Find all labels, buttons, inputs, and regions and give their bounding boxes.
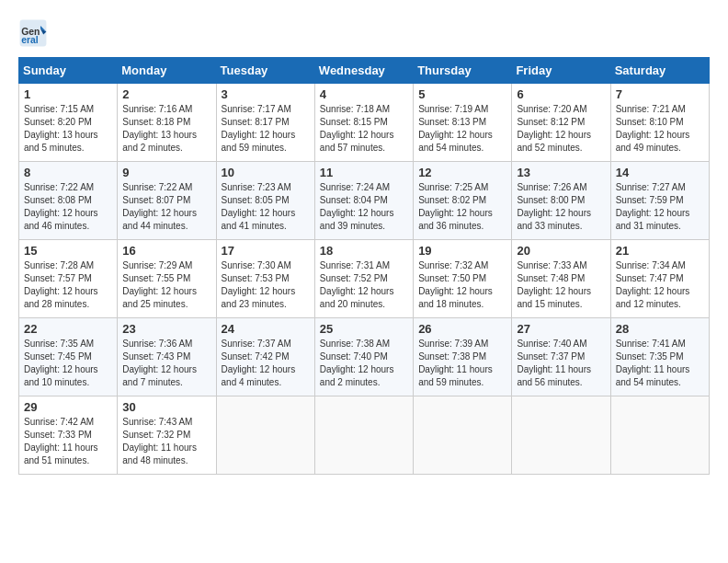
calendar-cell: 7 Sunrise: 7:21 AMSunset: 8:10 PMDayligh… <box>610 84 709 162</box>
calendar-week-2: 8 Sunrise: 7:22 AMSunset: 8:08 PMDayligh… <box>19 162 710 240</box>
calendar-table: SundayMondayTuesdayWednesdayThursdayFrid… <box>18 57 710 475</box>
calendar-cell: 18 Sunrise: 7:31 AMSunset: 7:52 PMDaylig… <box>314 240 413 318</box>
day-number: 29 <box>24 400 112 414</box>
header-saturday: Saturday <box>610 58 709 84</box>
day-detail: Sunrise: 7:37 AMSunset: 7:42 PMDaylight:… <box>222 338 310 389</box>
day-number: 27 <box>517 322 605 336</box>
day-number: 14 <box>616 166 704 179</box>
calendar-cell <box>414 396 512 475</box>
day-number: 18 <box>320 244 408 258</box>
calendar-week-4: 22 Sunrise: 7:35 AMSunset: 7:45 PMDaylig… <box>19 318 710 396</box>
calendar-cell: 30 Sunrise: 7:43 AMSunset: 7:32 PMDaylig… <box>118 396 216 475</box>
day-detail: Sunrise: 7:19 AMSunset: 8:13 PMDaylight:… <box>418 103 506 155</box>
day-number: 5 <box>418 87 506 101</box>
day-detail: Sunrise: 7:29 AMSunset: 7:55 PMDaylight:… <box>122 259 210 311</box>
day-number: 12 <box>418 166 506 179</box>
day-detail: Sunrise: 7:30 AMSunset: 7:53 PMDaylight:… <box>222 259 310 311</box>
calendar-week-1: 1 Sunrise: 7:15 AMSunset: 8:20 PMDayligh… <box>19 84 710 162</box>
day-number: 21 <box>616 244 704 258</box>
calendar-cell: 15 Sunrise: 7:28 AMSunset: 7:57 PMDaylig… <box>19 240 118 318</box>
calendar-cell: 10 Sunrise: 7:23 AMSunset: 8:05 PMDaylig… <box>216 162 314 240</box>
calendar-cell <box>512 396 610 475</box>
day-number: 4 <box>320 87 408 101</box>
day-detail: Sunrise: 7:27 AMSunset: 7:59 PMDaylight:… <box>616 181 704 233</box>
day-number: 28 <box>616 322 704 336</box>
day-number: 23 <box>122 322 210 336</box>
day-detail: Sunrise: 7:34 AMSunset: 7:47 PMDaylight:… <box>616 259 704 311</box>
day-detail: Sunrise: 7:38 AMSunset: 7:40 PMDaylight:… <box>320 338 408 389</box>
calendar-cell: 25 Sunrise: 7:38 AMSunset: 7:40 PMDaylig… <box>314 318 413 396</box>
day-detail: Sunrise: 7:21 AMSunset: 8:10 PMDaylight:… <box>616 103 704 155</box>
day-detail: Sunrise: 7:22 AMSunset: 8:08 PMDaylight:… <box>24 181 112 233</box>
calendar-cell: 23 Sunrise: 7:36 AMSunset: 7:43 PMDaylig… <box>118 318 216 396</box>
header-wednesday: Wednesday <box>314 58 413 84</box>
day-detail: Sunrise: 7:36 AMSunset: 7:43 PMDaylight:… <box>122 338 210 389</box>
calendar-cell: 8 Sunrise: 7:22 AMSunset: 8:08 PMDayligh… <box>19 162 118 240</box>
day-number: 16 <box>122 244 210 258</box>
day-detail: Sunrise: 7:16 AMSunset: 8:18 PMDaylight:… <box>122 103 210 155</box>
day-number: 9 <box>122 166 210 179</box>
day-detail: Sunrise: 7:39 AMSunset: 7:38 PMDaylight:… <box>418 338 506 389</box>
day-number: 26 <box>418 322 506 336</box>
day-number: 11 <box>320 166 408 179</box>
calendar-cell: 27 Sunrise: 7:40 AMSunset: 7:37 PMDaylig… <box>512 318 610 396</box>
calendar-cell: 29 Sunrise: 7:42 AMSunset: 7:33 PMDaylig… <box>19 396 118 475</box>
day-detail: Sunrise: 7:26 AMSunset: 8:00 PMDaylight:… <box>517 181 605 233</box>
calendar-cell: 28 Sunrise: 7:41 AMSunset: 7:35 PMDaylig… <box>610 318 709 396</box>
header-friday: Friday <box>512 58 610 84</box>
day-number: 1 <box>24 87 112 101</box>
day-detail: Sunrise: 7:33 AMSunset: 7:48 PMDaylight:… <box>517 259 605 311</box>
day-number: 3 <box>222 87 310 101</box>
day-detail: Sunrise: 7:22 AMSunset: 8:07 PMDaylight:… <box>122 181 210 233</box>
calendar-cell: 24 Sunrise: 7:37 AMSunset: 7:42 PMDaylig… <box>216 318 314 396</box>
day-detail: Sunrise: 7:23 AMSunset: 8:05 PMDaylight:… <box>222 181 310 233</box>
day-detail: Sunrise: 7:17 AMSunset: 8:17 PMDaylight:… <box>222 103 310 155</box>
day-number: 20 <box>517 244 605 258</box>
calendar-cell: 16 Sunrise: 7:29 AMSunset: 7:55 PMDaylig… <box>118 240 216 318</box>
day-number: 7 <box>616 87 704 101</box>
calendar-cell: 9 Sunrise: 7:22 AMSunset: 8:07 PMDayligh… <box>118 162 216 240</box>
calendar-cell <box>216 396 314 475</box>
day-detail: Sunrise: 7:32 AMSunset: 7:50 PMDaylight:… <box>418 259 506 311</box>
calendar-cell <box>314 396 413 475</box>
calendar-cell: 2 Sunrise: 7:16 AMSunset: 8:18 PMDayligh… <box>118 84 216 162</box>
calendar-cell: 6 Sunrise: 7:20 AMSunset: 8:12 PMDayligh… <box>512 84 610 162</box>
calendar-cell: 11 Sunrise: 7:24 AMSunset: 8:04 PMDaylig… <box>314 162 413 240</box>
header-tuesday: Tuesday <box>216 58 314 84</box>
header-monday: Monday <box>118 58 216 84</box>
calendar-week-5: 29 Sunrise: 7:42 AMSunset: 7:33 PMDaylig… <box>19 396 710 475</box>
day-detail: Sunrise: 7:35 AMSunset: 7:45 PMDaylight:… <box>24 338 112 389</box>
day-detail: Sunrise: 7:18 AMSunset: 8:15 PMDaylight:… <box>320 103 408 155</box>
day-number: 2 <box>122 87 210 101</box>
calendar-header-row: SundayMondayTuesdayWednesdayThursdayFrid… <box>19 58 710 84</box>
calendar-cell: 19 Sunrise: 7:32 AMSunset: 7:50 PMDaylig… <box>414 240 512 318</box>
page-header: Gen eral <box>18 18 710 48</box>
day-number: 25 <box>320 322 408 336</box>
day-number: 22 <box>24 322 112 336</box>
day-detail: Sunrise: 7:41 AMSunset: 7:35 PMDaylight:… <box>616 338 704 389</box>
calendar-cell <box>610 396 709 475</box>
day-number: 17 <box>222 244 310 258</box>
header-thursday: Thursday <box>414 58 512 84</box>
calendar-cell: 17 Sunrise: 7:30 AMSunset: 7:53 PMDaylig… <box>216 240 314 318</box>
day-number: 15 <box>24 244 112 258</box>
day-number: 8 <box>24 166 112 179</box>
day-detail: Sunrise: 7:15 AMSunset: 8:20 PMDaylight:… <box>24 103 112 155</box>
svg-text:eral: eral <box>21 35 39 45</box>
logo: Gen eral <box>18 18 51 48</box>
day-detail: Sunrise: 7:31 AMSunset: 7:52 PMDaylight:… <box>320 259 408 311</box>
header-sunday: Sunday <box>19 58 118 84</box>
calendar-cell: 21 Sunrise: 7:34 AMSunset: 7:47 PMDaylig… <box>610 240 709 318</box>
calendar-cell: 1 Sunrise: 7:15 AMSunset: 8:20 PMDayligh… <box>19 84 118 162</box>
day-detail: Sunrise: 7:28 AMSunset: 7:57 PMDaylight:… <box>24 259 112 311</box>
calendar-cell: 3 Sunrise: 7:17 AMSunset: 8:17 PMDayligh… <box>216 84 314 162</box>
logo-icon: Gen eral <box>18 18 48 48</box>
calendar-cell: 22 Sunrise: 7:35 AMSunset: 7:45 PMDaylig… <box>19 318 118 396</box>
calendar-cell: 26 Sunrise: 7:39 AMSunset: 7:38 PMDaylig… <box>414 318 512 396</box>
day-number: 10 <box>222 166 310 179</box>
calendar-cell: 20 Sunrise: 7:33 AMSunset: 7:48 PMDaylig… <box>512 240 610 318</box>
day-detail: Sunrise: 7:40 AMSunset: 7:37 PMDaylight:… <box>517 338 605 389</box>
day-detail: Sunrise: 7:24 AMSunset: 8:04 PMDaylight:… <box>320 181 408 233</box>
day-number: 24 <box>222 322 310 336</box>
calendar-cell: 13 Sunrise: 7:26 AMSunset: 8:00 PMDaylig… <box>512 162 610 240</box>
